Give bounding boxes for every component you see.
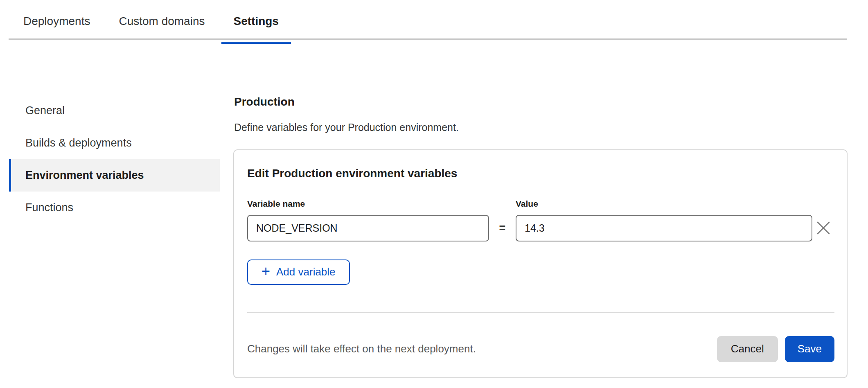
add-variable-button[interactable]: + Add variable [247,259,350,285]
add-variable-label: Add variable [276,266,336,278]
tab-bar: Deployments Custom domains Settings [9,0,847,40]
cancel-button[interactable]: Cancel [717,336,778,362]
tab-settings[interactable]: Settings [221,4,291,38]
save-button[interactable]: Save [785,336,834,362]
sidebar-item-builds-deployments[interactable]: Builds & deployments [9,127,220,159]
card-title: Edit Production environment variables [247,167,834,180]
tab-deployments[interactable]: Deployments [11,4,102,38]
card-divider [247,312,834,313]
card-footer: Changes will take effect on the next dep… [247,336,834,362]
variable-name-label: Variable name [247,199,305,208]
equals-sign: = [499,222,506,235]
page-title: Production [234,95,295,109]
field-labels-row: Variable name Value [247,199,834,208]
footer-note: Changes will take effect on the next dep… [247,343,717,355]
sidebar-item-environment-variables[interactable]: Environment variables [9,159,220,192]
settings-sidebar: General Builds & deployments Environment… [9,95,220,224]
variable-row: = [247,215,834,241]
environment-variables-card: Edit Production environment variables Va… [233,149,848,378]
remove-variable-button[interactable] [814,219,832,237]
sidebar-item-functions[interactable]: Functions [9,192,220,224]
variable-name-input[interactable] [247,215,489,241]
page-description: Define variables for your Production env… [234,121,459,133]
sidebar-item-general[interactable]: General [9,95,220,127]
value-label: Value [516,199,538,208]
tab-custom-domains[interactable]: Custom domains [106,4,217,38]
variable-value-input[interactable] [516,215,812,241]
close-icon [816,220,831,236]
